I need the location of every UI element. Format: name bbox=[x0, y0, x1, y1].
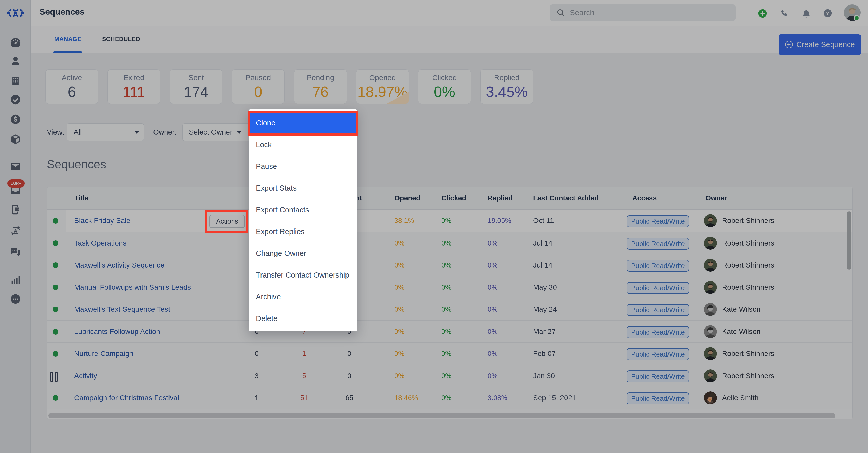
svg-text:?: ? bbox=[826, 10, 829, 16]
svg-text:A: A bbox=[14, 228, 17, 234]
